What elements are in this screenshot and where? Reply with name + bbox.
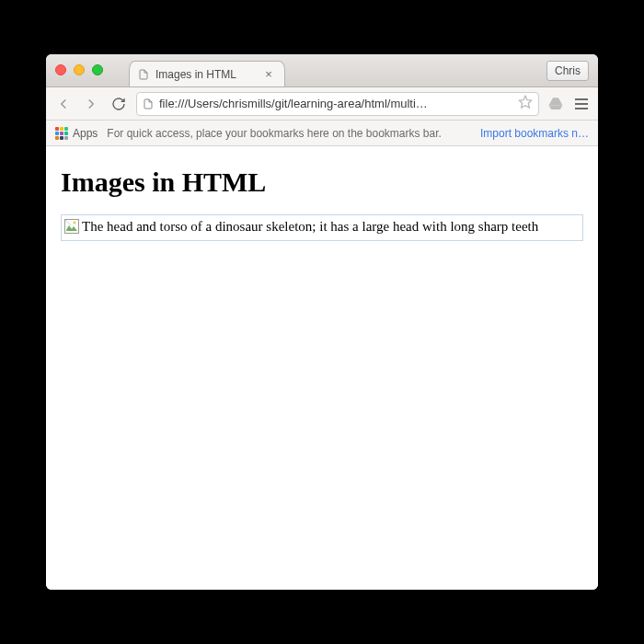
maximize-window-button[interactable] [92,64,103,75]
broken-image-icon [64,219,79,234]
apps-grid-icon [55,127,68,140]
titlebar: Images in HTML × Chris [46,54,598,87]
window-controls [55,64,103,75]
file-icon [143,98,155,110]
svg-marker-2 [549,105,563,109]
import-bookmarks-link[interactable]: Import bookmarks n… [480,127,589,140]
tabstrip: Images in HTML × [129,54,285,86]
tab-title: Images in HTML [155,68,236,81]
broken-image-alt-text: The head and torso of a dinosaur skeleto… [82,218,538,236]
profile-name: Chris [555,64,581,77]
apps-button[interactable]: Apps [55,127,98,140]
toolbar: file:///Users/chrismills/git/learning-ar… [46,87,598,121]
close-tab-icon[interactable]: × [262,68,275,81]
drive-extension-icon[interactable] [546,95,565,113]
broken-image: The head and torso of a dinosaur skeleto… [61,214,583,241]
svg-marker-0 [519,96,531,108]
menu-button[interactable] [572,95,591,113]
file-icon [137,68,150,81]
page-content: Images in HTML The head and torso of a d… [46,146,598,590]
page-heading: Images in HTML [61,167,583,198]
apps-label: Apps [73,127,98,140]
bookmarks-bar: Apps For quick access, place your bookma… [46,121,598,146]
forward-button[interactable] [81,94,101,114]
svg-marker-1 [549,98,563,105]
bookmarks-hint: For quick access, place your bookmarks h… [107,127,442,140]
close-window-button[interactable] [55,64,66,75]
url-text: file:///Users/chrismills/git/learning-ar… [159,97,514,110]
address-bar[interactable]: file:///Users/chrismills/git/learning-ar… [136,92,539,116]
browser-window: Images in HTML × Chris file:///Users/chr… [46,54,598,590]
back-button[interactable] [53,94,74,114]
bookmark-star-icon[interactable] [518,95,533,112]
reload-button[interactable] [109,94,129,114]
browser-tab[interactable]: Images in HTML × [129,61,285,86]
hamburger-icon [572,95,591,113]
minimize-window-button[interactable] [74,64,85,75]
profile-button[interactable]: Chris [546,61,589,81]
svg-point-5 [74,222,76,224]
